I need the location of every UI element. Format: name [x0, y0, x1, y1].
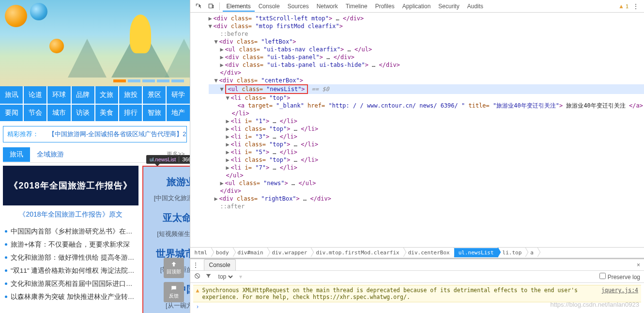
devtools-tab[interactable]: Elements [223, 1, 255, 12]
console-scope-select[interactable]: top [216, 273, 234, 281]
nav-item[interactable]: 城市 [47, 104, 71, 121]
dom-node[interactable]: ▶<li class= "top"> … </li> [209, 156, 644, 164]
nav-item[interactable]: 景区 [143, 86, 167, 104]
dom-node[interactable]: </li> [209, 110, 644, 117]
promo-title[interactable]: 《2018年全国旅游工作报告》原文 [3, 210, 138, 219]
clear-console-icon[interactable] [194, 273, 200, 281]
news-headline[interactable]: 旅游业40年变迁引关 [148, 173, 190, 190]
devtools-tab[interactable]: Console [255, 1, 284, 12]
nav-item[interactable]: 环球 [47, 86, 71, 104]
carousel-dot[interactable] [171, 79, 184, 82]
breadcrumb-item[interactable]: html [190, 248, 212, 257]
nav-item[interactable]: 地产 [167, 104, 189, 121]
devtools-tab[interactable]: Timeline [342, 1, 371, 12]
article-item[interactable]: 以森林康养为突破 加快推进林业产业转型升级 [5, 290, 138, 303]
dom-node[interactable]: ▶<div class= "ui-tabs-panel ui-tabs-hide… [209, 61, 644, 69]
nav-item[interactable]: 美食 [95, 104, 119, 121]
devtools-tab[interactable]: Sources [284, 1, 313, 12]
tab-global[interactable]: 全域旅游 [30, 147, 71, 162]
breadcrumb-item[interactable]: a [526, 248, 538, 257]
devtools-tab[interactable]: Network [313, 1, 342, 12]
dom-node[interactable]: ▶<li i= "5"> … </li> [209, 148, 644, 156]
breadcrumb-item[interactable]: div.mtop.firstMod.clearfix [311, 248, 403, 257]
dom-node[interactable]: ::before [209, 30, 644, 38]
article-item[interactable]: 文化和旅游部：做好弹性供给 提高冬游质量 [5, 251, 138, 264]
devtools-tab[interactable]: Profiles [371, 1, 399, 12]
article-item[interactable]: 中国国内首部《乡村旅游研究丛书》在长首发 [5, 225, 138, 238]
console-prompt[interactable]: › [193, 302, 641, 311]
carousel-dot[interactable] [142, 79, 155, 82]
nav-item[interactable]: 论道 [24, 86, 47, 104]
warning-source-link[interactable]: jquery.js:4 [601, 287, 638, 300]
dom-node[interactable]: ▶<div class= "ui-tabs-panel"> … </div> [209, 53, 644, 61]
nav-item[interactable]: 品牌 [72, 86, 95, 104]
breadcrumb-item[interactable]: div.wrapper [268, 248, 312, 257]
nav-item[interactable]: 智旅 [143, 104, 167, 121]
elements-tree[interactable]: ▶<div class= "txtScroll-left mtop"> … </… [190, 13, 644, 247]
dom-node[interactable]: </div> [209, 69, 644, 77]
devtools-tab[interactable]: Application [399, 1, 435, 12]
dom-node[interactable]: ▶<li class= "top"> … </li> [209, 125, 644, 133]
carousel-dot[interactable] [157, 79, 169, 82]
console-tab[interactable]: Console [204, 259, 236, 270]
nav-item[interactable]: 旅讯 [0, 86, 24, 104]
breadcrumb-item[interactable]: ul.newsList [454, 248, 498, 257]
news-subline[interactable]: [从一碗方便面看消费挖潜] [哈 是 [148, 301, 190, 310]
dom-node[interactable]: ▶<ul class= "ui-tabs-nav clearfix"> … </… [209, 46, 644, 53]
dom-node[interactable]: ▶<li i= "7"> … </li> [209, 164, 644, 172]
nav-item[interactable]: 排行 [119, 104, 143, 121]
nav-item[interactable]: 节会 [24, 104, 47, 121]
nav-item[interactable]: 文旅 [95, 86, 119, 104]
article-item[interactable]: 旅游+体育：不仅要融合，更要求新求深 [5, 238, 138, 251]
dom-node[interactable]: ▼<li class= "top"> [209, 94, 644, 102]
feedback-button[interactable]: 反馈 [164, 282, 184, 302]
devtools-tab[interactable]: Security [434, 1, 463, 12]
recommend-items[interactable]: 【中国旅游网-全国诚招各省级区域广告代理商】2017中国旅游传媒行 [48, 130, 187, 139]
news-headline[interactable]: 亚太命运共同体助推旅 [148, 209, 190, 226]
dom-node[interactable]: ▶<li i= "1"> … </li> [209, 117, 644, 125]
dom-node[interactable]: ▶<li class= "top"> … </li> [209, 141, 644, 148]
carousel-dots[interactable] [113, 79, 184, 82]
device-toggle-icon[interactable] [206, 1, 216, 12]
preserve-log-checkbox[interactable]: Preserve log [599, 273, 640, 281]
dom-node[interactable]: ▶<div class= "rightBox"> … </div> [209, 195, 644, 203]
warning-count[interactable]: ▲1 [618, 3, 629, 10]
dom-node[interactable]: </ul> [209, 172, 644, 179]
article-item[interactable]: 文化和旅游展区亮相首届中国国际进口博览会 [5, 277, 138, 290]
filter-icon[interactable] [205, 273, 212, 281]
console-menu-icon[interactable]: ⋮ [190, 261, 201, 269]
dom-node[interactable]: ▶<div class= "txtScroll-left mtop"> … </… [209, 15, 644, 22]
devtools-menu-icon[interactable]: ⋮ [630, 2, 641, 10]
breadcrumb-item[interactable]: div#main [233, 248, 268, 257]
nav-grid: 旅讯论道环球品牌文旅旅投景区研学要闻节会城市访谈美食排行智旅地产 [0, 86, 190, 121]
dom-node[interactable]: ::after [209, 203, 644, 210]
chat-icon [170, 285, 177, 292]
tab-news[interactable]: 旅讯 [3, 147, 30, 162]
breadcrumb-item[interactable]: body [212, 248, 233, 257]
dom-node[interactable]: ▼<div class= "centerBox"> [209, 77, 644, 84]
dom-node[interactable]: ▶<ul class= "news"> … </ul> [209, 179, 644, 187]
dom-node[interactable]: ▼<div class= "leftBox"> [209, 38, 644, 46]
news-subline[interactable]: [中国文化旅游产业的新机] [共享经济如何 [148, 194, 190, 203]
inspect-element-icon[interactable] [193, 1, 204, 12]
breadcrumb-item[interactable]: div.centerBox [404, 248, 454, 257]
news-subline[interactable]: [短视频催生旅游 "新经济"] [文化创意市 [148, 230, 190, 238]
devtools-tab[interactable]: Audits [463, 1, 487, 12]
article-item[interactable]: "双11" 遭遇价格欺诈如何维权 海淀法院举案说 [5, 264, 138, 277]
dom-node[interactable]: </div> [209, 187, 644, 195]
nav-item[interactable]: 访谈 [72, 104, 95, 121]
nav-item[interactable]: 要闻 [0, 104, 24, 121]
nav-item[interactable]: 旅投 [119, 86, 143, 104]
breadcrumb-item[interactable]: li.top [498, 248, 526, 257]
carousel-dot[interactable] [113, 79, 126, 82]
carousel-dot[interactable] [128, 79, 140, 82]
back-to-top-button[interactable]: 回顶部 [164, 258, 184, 278]
dom-node[interactable]: ▶<li i= "3"> … </li> [209, 133, 644, 141]
console-warning-row[interactable]: ▲ Synchronous XMLHttpRequest on the main… [193, 285, 641, 302]
nav-item[interactable]: 研学 [167, 86, 189, 104]
promo-banner[interactable]: 《2018年全国旅游工作报告》 [3, 166, 138, 205]
dom-node[interactable]: ▼<ul class= "newsList">== $0 [209, 84, 644, 94]
close-icon[interactable]: × [633, 262, 644, 268]
dom-node[interactable]: ▼<div class= "mtop firstMod clearfix"> [209, 22, 644, 30]
dom-node[interactable]: <a target= "_blank" href= "http: / / www… [209, 102, 644, 110]
